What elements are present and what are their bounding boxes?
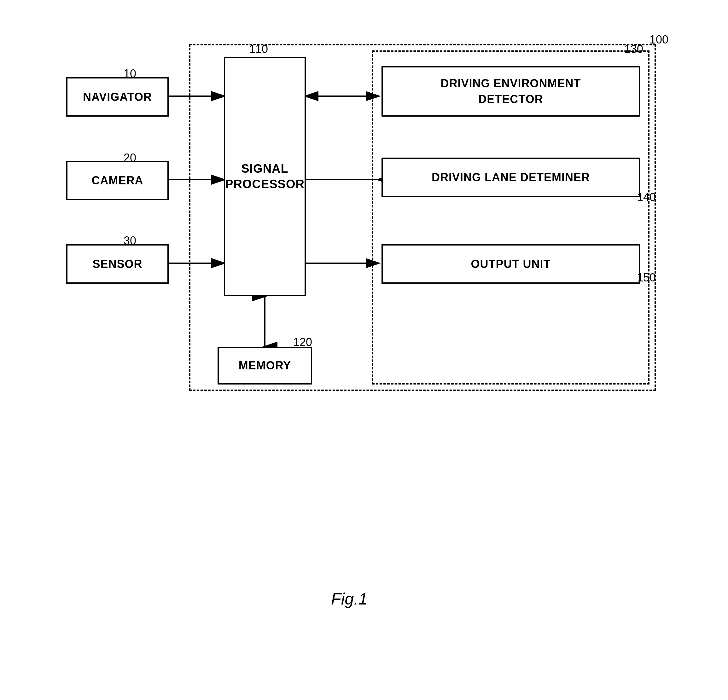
figure-label: Fig.1 bbox=[331, 589, 368, 608]
ref-10: 10 bbox=[124, 67, 136, 80]
ref-150: 150 bbox=[637, 271, 656, 284]
driving-env-label: DRIVING ENVIRONMENTDETECTOR bbox=[441, 76, 581, 107]
ref-140: 140 bbox=[637, 191, 656, 204]
sensor-box: SENSOR bbox=[66, 244, 169, 284]
ref-120: 120 bbox=[293, 336, 312, 349]
ref-130: 130 bbox=[624, 43, 643, 56]
ref-110: 110 bbox=[249, 43, 268, 56]
ref-30: 30 bbox=[124, 234, 136, 247]
driving-lane-box: DRIVING LANE DETEMINER bbox=[381, 157, 640, 197]
diagram-container: NAVIGATOR CAMERA SENSOR SIGNALPROCESSOR … bbox=[32, 25, 693, 530]
navigator-box: NAVIGATOR bbox=[66, 77, 169, 117]
driving-env-box: DRIVING ENVIRONMENTDETECTOR bbox=[381, 66, 640, 117]
ref-20: 20 bbox=[124, 151, 136, 165]
camera-box: CAMERA bbox=[66, 161, 169, 200]
output-unit-box: OUTPUT UNIT bbox=[381, 244, 640, 284]
ref-100: 100 bbox=[650, 33, 669, 46]
